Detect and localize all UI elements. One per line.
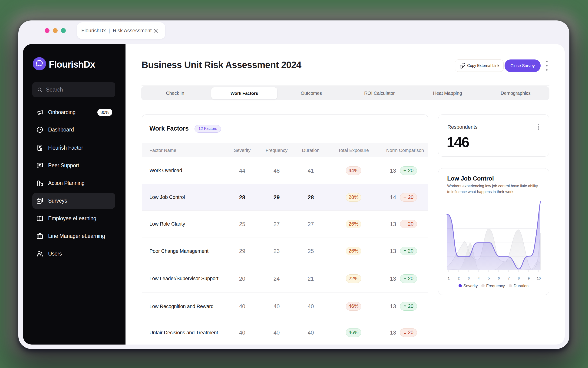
svg-text:Frequency: Frequency — [486, 284, 505, 288]
svg-text:10: 10 — [537, 276, 541, 280]
svg-text:5: 5 — [488, 276, 490, 280]
svg-text:7: 7 — [508, 276, 510, 280]
svg-text:Severity: Severity — [463, 284, 478, 288]
svg-text:3: 3 — [468, 276, 470, 280]
svg-text:6: 6 — [498, 276, 500, 280]
svg-text:1: 1 — [448, 276, 449, 280]
svg-text:4: 4 — [478, 276, 480, 280]
svg-text:9: 9 — [528, 276, 530, 280]
svg-text:2: 2 — [458, 276, 459, 280]
svg-text:8: 8 — [518, 276, 520, 280]
svg-text:Duration: Duration — [514, 284, 529, 288]
